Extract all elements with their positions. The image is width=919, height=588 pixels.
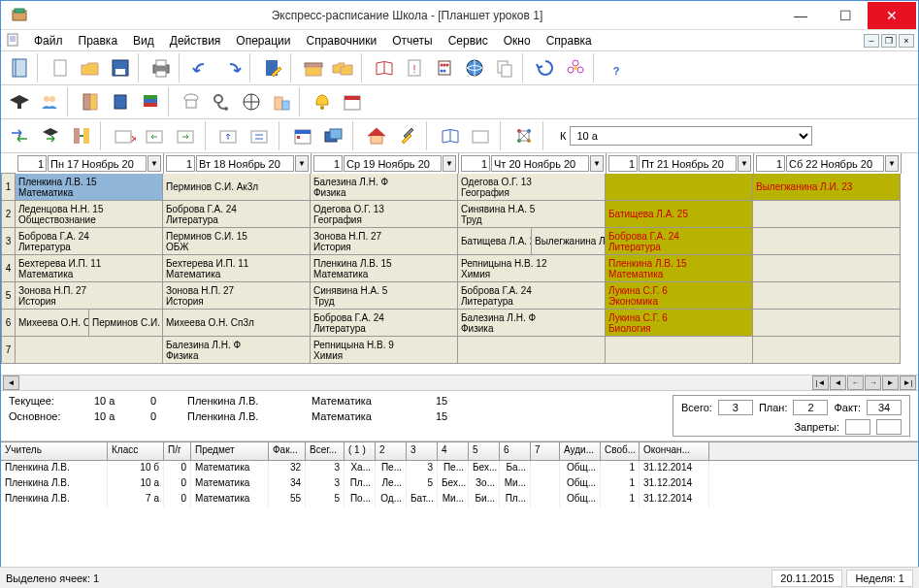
- table-header-cell[interactable]: 2: [376, 442, 407, 460]
- lesson-cell[interactable]: Перминов С.И. Ак3л: [163, 174, 311, 201]
- lesson-cell[interactable]: Пленкина Л.В. 15Математика: [16, 174, 163, 201]
- card-blank-icon[interactable]: [467, 121, 496, 150]
- card-left-icon[interactable]: [141, 121, 170, 150]
- nav-first-button[interactable]: |◄: [812, 376, 829, 390]
- table-header-cell[interactable]: Класс: [108, 442, 164, 460]
- blue-book-icon[interactable]: [106, 87, 135, 116]
- mdi-restore-button[interactable]: ❐: [881, 34, 897, 48]
- lesson-cell[interactable]: Зонова Н.П. 27История: [311, 228, 458, 255]
- day-date[interactable]: Вт 18 Ноябрь 20: [196, 155, 294, 172]
- lesson-cell[interactable]: Батищева Л.А. 25: [606, 201, 753, 228]
- lesson-cell[interactable]: Одегова О.Г. 13География: [311, 201, 458, 228]
- card-del-icon[interactable]: ✕: [110, 121, 139, 150]
- globe-icon[interactable]: [460, 53, 489, 82]
- lesson-cell[interactable]: [458, 337, 606, 364]
- help-icon[interactable]: ?: [602, 53, 631, 82]
- lesson-cell[interactable]: Зонова Н.П. 27История: [163, 282, 311, 310]
- lesson-cell[interactable]: [753, 282, 901, 310]
- door-icon[interactable]: [76, 87, 105, 116]
- lesson-cell[interactable]: [753, 255, 901, 282]
- nav-prevpage-button[interactable]: ←: [847, 376, 864, 390]
- day-spinner[interactable]: [17, 155, 47, 172]
- book-red-icon[interactable]: [370, 53, 399, 82]
- lesson-cell[interactable]: Балезина Л.Н. ФФизика: [458, 310, 606, 337]
- nav-prev-button[interactable]: ◄: [830, 376, 846, 390]
- lesson-cell[interactable]: Пленкина Л.В. 15Математика: [311, 255, 458, 282]
- day-date[interactable]: Чт 20 Ноябрь 20: [491, 155, 589, 172]
- lesson-cell[interactable]: Зонова Н.П. 27История: [16, 282, 163, 310]
- maximize-button[interactable]: ☐: [823, 2, 868, 29]
- lesson-cell[interactable]: Боброва Г.А. 24Литература: [606, 228, 753, 255]
- table-header-cell[interactable]: Всег...: [306, 442, 345, 460]
- day-dropdown-button[interactable]: ▼: [443, 155, 456, 172]
- lesson-cell[interactable]: Михеева О.Н. Сп3лПерминов С.И. Ак3л: [16, 310, 163, 337]
- lesson-cell[interactable]: Лукина С.Г. 6Экономика: [606, 282, 753, 310]
- flower-icon[interactable]: [561, 53, 590, 82]
- print-icon[interactable]: [147, 53, 176, 82]
- copy-icon[interactable]: [490, 53, 519, 82]
- redo-icon[interactable]: [217, 53, 246, 82]
- menu-Окно[interactable]: Окно: [496, 32, 539, 49]
- lesson-cell[interactable]: Пленкина Л.В. 15Математика: [606, 255, 753, 282]
- lesson-cell[interactable]: Боброва Г.А. 24Литература: [458, 282, 606, 310]
- day-spinner[interactable]: [608, 155, 638, 172]
- lesson-cell[interactable]: Синявина Н.А. 5Труд: [311, 282, 458, 310]
- day-date[interactable]: Пт 21 Ноябрь 20: [639, 155, 737, 172]
- day-spinner[interactable]: [461, 155, 490, 172]
- table-header-cell[interactable]: Окончан...: [640, 442, 709, 460]
- nav-nextpage-button[interactable]: →: [865, 376, 881, 390]
- table-header-cell[interactable]: Ауди...: [560, 442, 601, 460]
- building-icon[interactable]: [267, 87, 296, 116]
- lesson-cell[interactable]: Бехтерева И.П. 11Математика: [163, 255, 311, 282]
- folders-icon[interactable]: [329, 53, 358, 82]
- day-spinner[interactable]: [313, 155, 343, 172]
- edit-icon[interactable]: [258, 53, 287, 82]
- lesson-cell[interactable]: Одегова О.Г. 13География: [458, 174, 606, 201]
- table-row[interactable]: Пленкина Л.В.10 б0Математика323Ха...Пе..…: [1, 461, 918, 476]
- lesson-cell[interactable]: Синявина Н.А. 5Труд: [458, 201, 606, 228]
- abacus-icon[interactable]: [430, 53, 459, 82]
- table-header-cell[interactable]: Фак...: [269, 442, 306, 460]
- lesson-cell[interactable]: Боброва Г.А. 24Литература: [163, 201, 311, 228]
- lesson-cell[interactable]: [606, 174, 753, 201]
- close-button[interactable]: ✕: [868, 2, 916, 29]
- users-icon[interactable]: [35, 87, 64, 116]
- cal2-icon[interactable]: [288, 121, 317, 150]
- day-dropdown-button[interactable]: ▼: [738, 155, 751, 172]
- calendar-icon[interactable]: [338, 87, 367, 116]
- grad-icon[interactable]: [5, 87, 34, 116]
- lesson-cell[interactable]: Балезина Л.Н. ФФизика: [311, 174, 458, 201]
- lesson-cell[interactable]: Вылегжанина Л.И. 23: [753, 174, 901, 201]
- lesson-cell[interactable]: [606, 337, 753, 364]
- table-header-cell[interactable]: 5: [469, 442, 500, 460]
- door-move-icon[interactable]: [67, 121, 96, 150]
- table-header-cell[interactable]: П/г: [164, 442, 191, 460]
- day-dropdown-button[interactable]: ▼: [295, 155, 309, 172]
- day-date[interactable]: Ср 19 Ноябрь 20: [344, 155, 442, 172]
- new-icon[interactable]: [46, 53, 75, 82]
- card-right-icon[interactable]: [172, 121, 201, 150]
- menu-Файл[interactable]: Файл: [26, 32, 71, 49]
- lesson-cell[interactable]: Перминов С.И. 15ОБЖ: [163, 228, 311, 255]
- menu-Справочники[interactable]: Справочники: [299, 32, 385, 49]
- bell-icon[interactable]: [308, 87, 337, 116]
- day-dropdown-button[interactable]: ▼: [885, 155, 899, 172]
- menu-Операции[interactable]: Операции: [228, 32, 298, 49]
- menu-Справка[interactable]: Справка: [539, 32, 600, 49]
- home-icon[interactable]: [362, 121, 391, 150]
- mdi-minimize-button[interactable]: –: [864, 34, 879, 48]
- lesson-cell[interactable]: Михеева О.Н. Сп3л: [163, 310, 311, 337]
- table-row[interactable]: Пленкина Л.В.10 а0Математика343Пл...Ле..…: [1, 476, 918, 492]
- menu-Правка[interactable]: Правка: [71, 32, 126, 49]
- lesson-cell[interactable]: [753, 337, 901, 364]
- table-header-cell[interactable]: Учитель: [1, 442, 108, 460]
- table-header-cell[interactable]: Своб...: [601, 442, 640, 460]
- day-spinner[interactable]: [756, 155, 785, 172]
- lesson-cell[interactable]: [753, 310, 901, 337]
- table-header-cell[interactable]: 4: [438, 442, 469, 460]
- nav-last-button[interactable]: ►|: [900, 376, 916, 390]
- notebook-icon[interactable]: [5, 53, 34, 82]
- book-stack-icon[interactable]: [136, 87, 165, 116]
- ball-icon[interactable]: [237, 87, 266, 116]
- day-date[interactable]: Сб 22 Ноябрь 20: [786, 155, 884, 172]
